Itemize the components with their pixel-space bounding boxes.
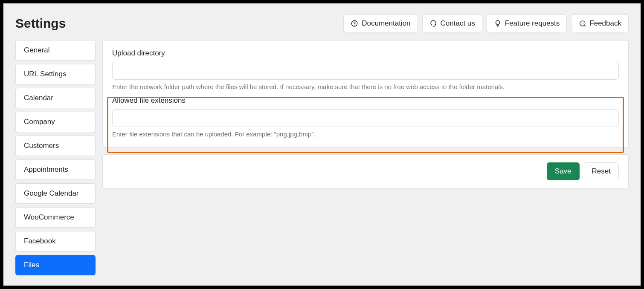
feedback-button[interactable]: Feedback bbox=[571, 14, 629, 32]
allowed-extensions-label: Allowed file extensions bbox=[112, 96, 619, 105]
documentation-button[interactable]: Documentation bbox=[343, 14, 418, 32]
documentation-label: Documentation bbox=[362, 19, 410, 28]
page-title: Settings bbox=[15, 16, 66, 31]
main-panel: Upload directory Enter the network folde… bbox=[102, 40, 629, 188]
sidebar-item-customers[interactable]: Customers bbox=[15, 136, 96, 156]
contact-label: Contact us bbox=[441, 19, 475, 28]
files-settings-card: Upload directory Enter the network folde… bbox=[102, 40, 629, 147]
sidebar-item-files[interactable]: Files bbox=[15, 255, 96, 275]
allowed-extensions-help: Enter file extensions that can be upload… bbox=[112, 130, 619, 138]
upload-directory-group: Upload directory Enter the network folde… bbox=[112, 49, 619, 90]
sidebar-item-calendar[interactable]: Calendar bbox=[15, 88, 96, 108]
content-layout: General URL Settings Calendar Company Cu… bbox=[15, 40, 629, 275]
upload-directory-input[interactable] bbox=[112, 62, 619, 80]
header-buttons: Documentation Contact us Feature request… bbox=[343, 14, 629, 32]
svg-point-2 bbox=[581, 23, 581, 23]
help-circle-icon bbox=[351, 20, 358, 27]
sidebar-item-url-settings[interactable]: URL Settings bbox=[15, 64, 96, 84]
feedback-label: Feedback bbox=[589, 19, 621, 28]
sidebar-item-woocommerce[interactable]: WooCommerce bbox=[15, 207, 96, 228]
chat-icon bbox=[578, 20, 586, 27]
svg-point-3 bbox=[582, 23, 583, 23]
reset-button[interactable]: Reset bbox=[584, 162, 619, 180]
feature-requests-button[interactable]: Feature requests bbox=[487, 14, 567, 32]
actions-card: Save Reset bbox=[102, 154, 629, 188]
save-button[interactable]: Save bbox=[547, 162, 580, 180]
sidebar-item-general[interactable]: General bbox=[15, 40, 96, 61]
headset-icon bbox=[429, 20, 437, 27]
upload-directory-help: Enter the network folder path where the … bbox=[112, 83, 619, 90]
allowed-extensions-input[interactable] bbox=[112, 109, 619, 127]
lightbulb-icon bbox=[494, 20, 502, 27]
header-row: Settings Documentation Contact us bbox=[15, 14, 629, 32]
contact-button[interactable]: Contact us bbox=[422, 14, 482, 32]
sidebar-item-facebook[interactable]: Facebook bbox=[15, 231, 96, 251]
sidebar-item-google-calendar[interactable]: Google Calendar bbox=[15, 183, 96, 204]
sidebar-item-appointments[interactable]: Appointments bbox=[15, 159, 96, 180]
sidebar-item-company[interactable]: Company bbox=[15, 112, 96, 132]
upload-directory-label: Upload directory bbox=[112, 49, 619, 58]
allowed-extensions-group: Allowed file extensions Enter file exten… bbox=[112, 96, 619, 138]
app-frame: Settings Documentation Contact us bbox=[3, 3, 641, 286]
svg-point-4 bbox=[583, 23, 583, 23]
settings-sidebar: General URL Settings Calendar Company Cu… bbox=[15, 40, 96, 275]
feature-requests-label: Feature requests bbox=[505, 19, 560, 28]
svg-point-1 bbox=[354, 25, 355, 25]
